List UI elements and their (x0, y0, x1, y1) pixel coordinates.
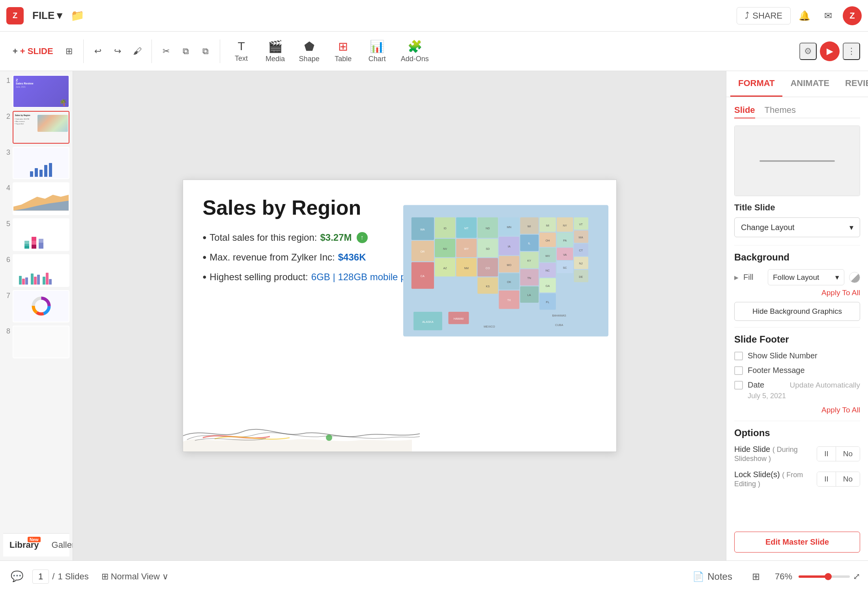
svg-text:IL: IL (528, 242, 530, 245)
slide-5-thumb[interactable] (13, 218, 69, 251)
slide-1-thumb[interactable]: Z Sales Review June, 2021 🌴 (13, 75, 69, 108)
show-slide-number-checkbox[interactable] (734, 352, 743, 360)
layout-button[interactable]: ⊞ (60, 43, 78, 60)
chart-tool[interactable]: 📊 Chart (361, 36, 393, 66)
shape-icon: ⬟ (304, 39, 314, 53)
edit-master-slide-button[interactable]: Edit Master Slide (734, 532, 860, 553)
slide-footer-title: Slide Footer (734, 334, 860, 345)
view-indicator[interactable]: ⊞ Normal View ∨ (101, 571, 168, 582)
copy-button[interactable]: ⧉ (177, 43, 195, 60)
svg-text:HAWAII: HAWAII (453, 317, 463, 320)
slide-2-thumb[interactable]: Sales by Region • Total sales: $3.27M • … (13, 111, 69, 144)
apply-to-all-link[interactable]: Apply To All (734, 289, 860, 297)
fill-chevron: ▾ (835, 273, 839, 282)
slide-8-wrap[interactable]: 8 (3, 326, 69, 358)
svg-text:SC: SC (563, 266, 567, 270)
preview-line (760, 160, 834, 162)
fill-arrow[interactable]: ▶ (734, 274, 739, 281)
user-avatar[interactable]: Z (843, 6, 862, 25)
slide-subtab[interactable]: Slide (734, 105, 755, 118)
media-tool[interactable]: 🎬 Media (260, 36, 291, 66)
zoom-expand-icon[interactable]: ⤢ (853, 571, 860, 582)
svg-text:DE: DE (579, 275, 583, 279)
themes-subtab[interactable]: Themes (765, 105, 796, 116)
hide-slide-row: Hide Slide ( During Slideshow ) II No (734, 445, 860, 463)
svg-text:MN: MN (507, 225, 511, 229)
folder-icon[interactable]: 📁 (71, 9, 84, 22)
slide-panel-toggle[interactable]: ⊞ (747, 568, 765, 585)
undo-button[interactable]: ↩ (89, 43, 107, 60)
change-layout-button[interactable]: Change Layout ▾ (734, 217, 860, 237)
addons-icon: 🧩 (408, 39, 422, 53)
svg-text:NY: NY (563, 224, 567, 227)
notes-button[interactable]: 📄 Notes (688, 568, 737, 585)
svg-text:TX: TX (507, 298, 511, 302)
fill-color-preview[interactable] (849, 272, 860, 283)
slide-6-thumb[interactable] (13, 254, 69, 287)
slide-3-wrap[interactable]: 3 (3, 147, 69, 180)
svg-text:WV: WV (545, 254, 550, 258)
slide-4-wrap[interactable]: 4 (3, 182, 69, 215)
slide-canvas[interactable]: Sales by Region Total sales for this reg… (183, 180, 617, 452)
shape-tool[interactable]: ⬟ Shape (294, 36, 325, 66)
add-slide-button[interactable]: + + SLIDE (8, 43, 58, 60)
page-number[interactable]: 1 (32, 570, 49, 584)
chat-icon[interactable]: 💬 (8, 568, 26, 586)
paste-button[interactable]: ⧉ (197, 43, 214, 60)
table-tool[interactable]: ⊞ Table (327, 36, 359, 66)
hide-slide-off-btn[interactable]: II (817, 447, 836, 461)
svg-text:NC: NC (545, 269, 550, 272)
footer-apply-all[interactable]: Apply To All (734, 406, 860, 414)
svg-text:CA: CA (420, 274, 424, 278)
fill-row: ▶ Fill Follow Layout ▾ (734, 269, 860, 285)
cut-button[interactable]: ✂ (157, 43, 175, 60)
svg-text:AZ: AZ (443, 266, 447, 270)
file-label: FILE (32, 9, 54, 22)
canvas-area: Sales by Region Total sales for this reg… (73, 71, 726, 560)
notes-icon: 📄 (692, 571, 704, 582)
slide-1-wrap[interactable]: 1 Z Sales Review June, 2021 🌴 (3, 75, 69, 108)
play-button[interactable]: ▶ (820, 41, 840, 61)
app-logo[interactable]: Z (6, 7, 24, 24)
slide-5-wrap[interactable]: 5 (3, 218, 69, 251)
overflow-button[interactable]: ⋮ (843, 43, 860, 60)
text-tool[interactable]: T Text (226, 36, 257, 66)
date-checkbox[interactable] (734, 381, 743, 390)
gallery-tab[interactable]: Gallery (45, 534, 73, 556)
slide-7-wrap[interactable]: 7 (3, 290, 69, 323)
addons-tool[interactable]: 🧩 Add-Ons (395, 36, 434, 66)
right-panel: FORMAT ANIMATE REVIEW Slide Themes Title… (726, 71, 868, 560)
slide-panel: 1 Z Sales Review June, 2021 🌴 2 Sales by… (0, 71, 73, 560)
settings-button[interactable]: ⚙ (799, 43, 817, 60)
notifications-icon[interactable]: 🔔 (795, 7, 814, 25)
rp-slide-preview[interactable] (734, 126, 860, 196)
paint-button[interactable]: 🖌 (129, 43, 146, 60)
date-value: July 5, 2021 (748, 392, 786, 400)
chart-label: Chart (369, 55, 386, 63)
lock-slide-no-btn[interactable]: No (836, 472, 860, 486)
format-tab[interactable]: FORMAT (730, 71, 782, 97)
slide-4-thumb[interactable] (13, 182, 69, 215)
review-tab[interactable]: REVIEW (837, 71, 868, 97)
footer-message-checkbox[interactable] (734, 366, 743, 375)
hide-bg-graphics-button[interactable]: Hide Background Graphics (734, 302, 860, 321)
share-button[interactable]: ⤴ SHARE (737, 7, 791, 24)
slide-2-wrap[interactable]: 2 Sales by Region • Total sales: $3.27M … (3, 111, 69, 144)
hide-slide-no-btn[interactable]: No (836, 447, 860, 461)
fill-dropdown[interactable]: Follow Layout ▾ (768, 269, 844, 285)
update-auto-label: Update Automatically (790, 381, 861, 390)
zoom-slider[interactable] (799, 575, 850, 578)
lock-slide-off-btn[interactable]: II (817, 472, 836, 486)
page-separator: / (52, 571, 54, 582)
slide-6-wrap[interactable]: 6 (3, 254, 69, 287)
zoom-level: 76% (775, 571, 792, 582)
library-tab[interactable]: Library New (3, 534, 45, 556)
animate-tab[interactable]: ANIMATE (782, 71, 837, 97)
slide-7-num: 7 (3, 290, 10, 300)
messages-icon[interactable]: ✉ (819, 7, 837, 25)
slide-8-thumb[interactable] (13, 326, 69, 358)
slide-7-thumb[interactable] (13, 290, 69, 323)
redo-button[interactable]: ↪ (109, 43, 126, 60)
slide-3-thumb[interactable] (13, 147, 69, 180)
file-menu[interactable]: FILE ▾ (28, 7, 66, 24)
